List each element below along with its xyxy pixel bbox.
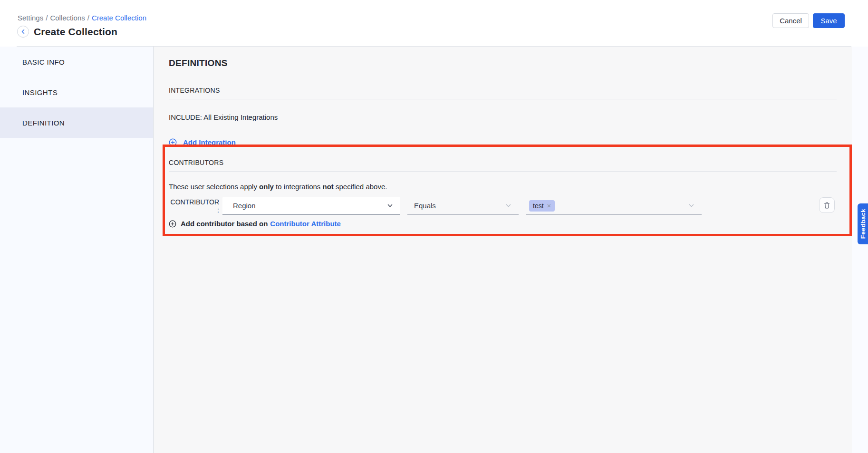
delete-contributor-button[interactable] xyxy=(819,197,835,213)
settings-sidebar: BASIC INFO INSIGHTS DEFINITION xyxy=(0,47,154,453)
add-integration-button[interactable]: Add Integration xyxy=(169,138,837,146)
add-integration-label: Add Integration xyxy=(183,138,236,146)
panel-title: DEFINITIONS xyxy=(169,58,837,68)
value-tag: test × xyxy=(529,200,555,212)
sidebar-item-insights[interactable]: INSIGHTS xyxy=(0,77,153,107)
page-gutter xyxy=(852,47,868,453)
feedback-tab[interactable]: Feedback xyxy=(858,203,868,244)
contributors-divider xyxy=(169,171,837,172)
contributors-description: These user selections apply only to inte… xyxy=(169,183,837,191)
chevron-down-icon xyxy=(386,202,394,209)
remove-tag-icon[interactable]: × xyxy=(547,202,551,210)
breadcrumb-collections[interactable]: Collections xyxy=(50,14,85,22)
contributor-attribute-link[interactable]: Contributor Attribute xyxy=(270,220,341,228)
chevron-down-icon xyxy=(505,202,512,209)
trash-icon xyxy=(823,202,830,209)
integrations-include-text: INCLUDE: All Existing Integrations xyxy=(169,113,837,121)
integrations-divider xyxy=(169,99,837,99)
chevron-down-icon xyxy=(688,202,695,209)
feedback-tab-label: Feedback xyxy=(859,209,867,239)
operator-select-value: Equals xyxy=(414,202,436,210)
cancel-button[interactable]: Cancel xyxy=(772,13,809,28)
page-title: Create Collection xyxy=(34,26,117,38)
plus-circle-icon xyxy=(169,220,176,228)
breadcrumb: Settings/Collections/Create Collection xyxy=(18,14,146,22)
contributor-attribute-select[interactable]: Region xyxy=(222,197,400,215)
arrow-left-icon xyxy=(20,29,26,35)
save-button[interactable]: Save xyxy=(813,13,845,28)
integrations-section-label: INTEGRATIONS xyxy=(169,87,837,94)
attribute-select-value: Region xyxy=(233,202,256,210)
contributors-section-label: CONTRIBUTORS xyxy=(169,159,837,166)
value-tag-text: test xyxy=(533,202,544,210)
plus-circle-icon xyxy=(169,138,177,146)
contributor-values-select[interactable]: test × xyxy=(526,197,702,215)
breadcrumb-current-page: Create Collection xyxy=(92,14,146,22)
breadcrumb-settings[interactable]: Settings xyxy=(18,14,43,22)
contributor-rule-row: CONTRIBUTOR : Region Equals xyxy=(169,197,837,215)
breadcrumb-separator: / xyxy=(87,14,89,22)
create-collection-page: Settings/Collections/Create Collection C… xyxy=(0,0,868,453)
sidebar-item-definition[interactable]: DEFINITION xyxy=(0,107,153,138)
definition-panel: DEFINITIONS INTEGRATIONS INCLUDE: All Ex… xyxy=(154,47,852,453)
back-button[interactable] xyxy=(17,26,29,38)
contributor-operator-select[interactable]: Equals xyxy=(407,197,519,215)
contributor-label: CONTRIBUTOR : xyxy=(169,197,219,215)
page-header: Settings/Collections/Create Collection C… xyxy=(0,0,868,47)
sidebar-item-basic-info[interactable]: BASIC INFO xyxy=(0,47,153,77)
add-contributor-prefix: Add contributor based on xyxy=(181,220,268,228)
add-contributor-row: Add contributor based on Contributor Att… xyxy=(169,220,837,228)
breadcrumb-separator: / xyxy=(46,14,48,22)
